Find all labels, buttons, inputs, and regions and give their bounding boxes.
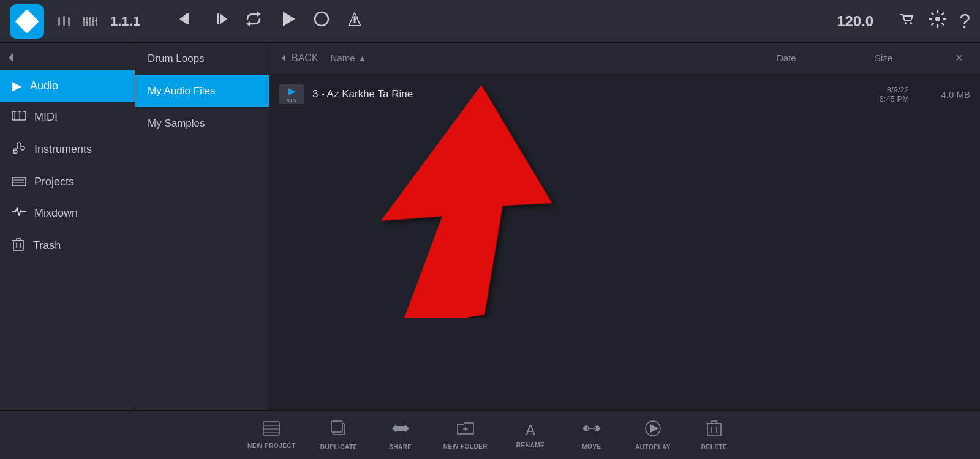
shop-icon[interactable] bbox=[898, 10, 916, 32]
record-button[interactable] bbox=[312, 10, 331, 32]
svg-rect-1 bbox=[58, 18, 60, 20]
rename-icon: A bbox=[526, 422, 535, 439]
loop-button[interactable] bbox=[244, 9, 263, 33]
sidebar-item-mixdown-label: Mixdown bbox=[34, 207, 78, 220]
svg-rect-17 bbox=[187, 13, 189, 24]
svg-rect-19 bbox=[217, 13, 219, 24]
svg-marker-22 bbox=[283, 12, 295, 26]
sidebar-item-audio-label: Audio bbox=[30, 80, 58, 92]
sidebar-collapse-button[interactable] bbox=[0, 45, 22, 70]
sidebar-item-trash[interactable]: Trash bbox=[0, 229, 135, 263]
move-button[interactable]: MOVE bbox=[573, 420, 610, 450]
svg-marker-18 bbox=[220, 13, 227, 24]
share-icon bbox=[392, 420, 409, 441]
new-project-label: NEW PROJECT bbox=[247, 442, 296, 449]
rename-label: RENAME bbox=[516, 442, 545, 449]
rename-button[interactable]: A RENAME bbox=[512, 422, 549, 449]
file-type-badge: ▶ MP3 bbox=[279, 84, 304, 104]
svg-marker-16 bbox=[179, 13, 187, 24]
new-project-button[interactable]: NEW PROJECT bbox=[247, 421, 296, 449]
duplicate-button[interactable]: DUPLICATE bbox=[320, 420, 358, 450]
svg-rect-13 bbox=[89, 18, 91, 19]
sidebar-item-midi-label: MIDI bbox=[34, 111, 58, 124]
fast-forward-button[interactable] bbox=[211, 10, 229, 32]
svg-rect-15 bbox=[95, 20, 97, 21]
metronome-button[interactable] bbox=[345, 10, 364, 32]
svg-rect-3 bbox=[63, 21, 65, 22]
play-button[interactable] bbox=[278, 9, 298, 33]
svg-rect-47 bbox=[263, 422, 279, 435]
middle-item-drum-loops[interactable]: Drum Loops bbox=[135, 43, 269, 75]
column-header-name: Name ▲ bbox=[331, 53, 764, 63]
app-logo-diamond bbox=[15, 9, 39, 34]
file-date: 8/9/22 6:45 PM bbox=[823, 85, 909, 103]
sidebar-item-trash-label: Trash bbox=[33, 239, 61, 252]
sidebar-item-audio[interactable]: ▶ Audio bbox=[0, 70, 135, 102]
column-header-size: Size bbox=[875, 53, 936, 63]
delete-icon bbox=[706, 420, 722, 441]
svg-rect-4 bbox=[68, 17, 70, 26]
file-browser-header: BACK Name ▲ Date Size × bbox=[270, 43, 980, 73]
delete-label: DELETE bbox=[701, 444, 727, 450]
trash-icon bbox=[12, 237, 24, 254]
back-button[interactable]: BACK bbox=[279, 53, 318, 64]
middle-item-my-audio-files[interactable]: My Audio Files bbox=[135, 75, 269, 108]
svg-rect-6 bbox=[83, 17, 85, 26]
new-folder-label: NEW FOLDER bbox=[443, 443, 488, 450]
middle-panel: Drum Loops My Audio Files My Samples bbox=[135, 43, 270, 410]
sidebar-item-instruments[interactable]: Instruments bbox=[0, 133, 135, 166]
file-size: 4.0 MB bbox=[909, 89, 970, 100]
share-button[interactable]: SHARE bbox=[382, 420, 419, 450]
new-folder-icon bbox=[456, 420, 475, 440]
svg-rect-32 bbox=[12, 111, 26, 120]
file-list: ▶ MP3 3 - Az Karkhe Ta Rine 8/9/22 6:45 … bbox=[270, 73, 980, 410]
sidebar-item-mixdown[interactable]: Mixdown bbox=[0, 198, 135, 229]
left-sidebar: ▶ Audio MIDI Instru bbox=[0, 43, 135, 410]
mixer-controls bbox=[56, 13, 98, 29]
mixer-icon[interactable] bbox=[56, 13, 72, 29]
svg-marker-63 bbox=[650, 425, 658, 432]
play-icon: ▶ bbox=[288, 86, 295, 96]
share-label: SHARE bbox=[389, 444, 412, 450]
delete-button[interactable]: DELETE bbox=[696, 420, 733, 450]
autoplay-icon bbox=[644, 420, 662, 441]
move-icon bbox=[582, 420, 601, 440]
file-type-label: MP3 bbox=[287, 97, 296, 103]
new-project-icon bbox=[263, 421, 280, 439]
sidebar-item-projects[interactable]: Projects bbox=[0, 166, 135, 198]
svg-rect-5 bbox=[68, 20, 70, 21]
new-folder-button[interactable]: NEW FOLDER bbox=[443, 420, 488, 450]
transport-controls bbox=[178, 9, 364, 33]
svg-point-23 bbox=[315, 12, 328, 26]
settings-icon[interactable] bbox=[929, 10, 947, 32]
instruments-icon bbox=[12, 141, 26, 158]
table-row[interactable]: ▶ MP3 3 - Az Karkhe Ta Rine 8/9/22 6:45 … bbox=[270, 78, 980, 111]
svg-rect-38 bbox=[12, 177, 26, 186]
projects-icon bbox=[12, 175, 26, 189]
sidebar-item-midi[interactable]: MIDI bbox=[0, 102, 135, 133]
top-toolbar: 1.1.1 bbox=[0, 0, 980, 43]
duplicate-label: DUPLICATE bbox=[320, 444, 358, 450]
toolbar-right-icons: ? bbox=[898, 10, 970, 32]
svg-marker-20 bbox=[257, 12, 261, 17]
position-display: 1.1.1 bbox=[110, 13, 153, 29]
svg-rect-7 bbox=[86, 17, 88, 26]
svg-rect-12 bbox=[86, 22, 88, 23]
rewind-button[interactable] bbox=[178, 10, 196, 32]
column-header-date: Date bbox=[777, 53, 862, 63]
svg-rect-52 bbox=[331, 421, 342, 432]
svg-marker-31 bbox=[9, 53, 13, 62]
file-browser: BACK Name ▲ Date Size × ▶ MP3 3 - Az Kar… bbox=[270, 43, 980, 410]
svg-point-28 bbox=[905, 22, 907, 24]
autoplay-button[interactable]: AUTOPLAY bbox=[635, 420, 671, 450]
app-logo[interactable] bbox=[10, 4, 44, 39]
svg-marker-45 bbox=[282, 54, 285, 62]
equalizer-icon[interactable] bbox=[82, 13, 98, 29]
middle-item-my-samples[interactable]: My Samples bbox=[135, 108, 269, 140]
svg-rect-64 bbox=[707, 424, 721, 436]
audio-play-icon: ▶ bbox=[12, 78, 21, 93]
file-name: 3 - Az Karkhe Ta Rine bbox=[312, 88, 823, 100]
close-button[interactable]: × bbox=[948, 47, 970, 69]
help-icon[interactable]: ? bbox=[959, 10, 970, 32]
bpm-display: 120.0 bbox=[837, 13, 873, 30]
